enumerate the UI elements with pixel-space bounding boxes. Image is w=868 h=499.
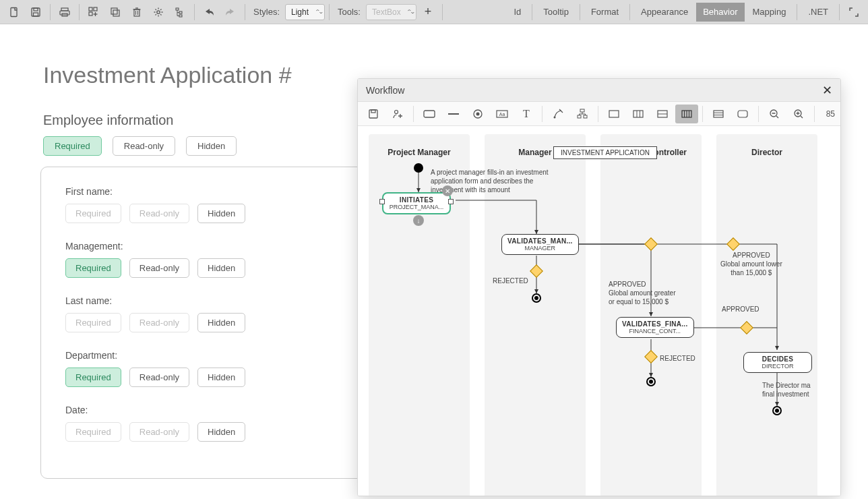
add-tool-icon[interactable]: + xyxy=(418,3,438,22)
wf-end-1[interactable] xyxy=(532,293,541,303)
chip-required[interactable]: Required xyxy=(65,422,121,442)
svg-rect-37 xyxy=(578,115,581,118)
wf-label-icon[interactable]: Aa xyxy=(491,105,514,123)
workflow-header[interactable]: Workflow ✕ xyxy=(358,79,840,102)
wf-zoom-in-icon[interactable] xyxy=(787,105,810,123)
svg-rect-4 xyxy=(61,8,68,11)
wf-round-icon[interactable] xyxy=(731,105,754,123)
redo-icon[interactable] xyxy=(220,3,241,22)
new-file-icon[interactable] xyxy=(4,3,24,22)
tree-icon[interactable] xyxy=(170,3,190,22)
svg-rect-22 xyxy=(179,15,182,17)
wf-note-rejected2: REJECTED xyxy=(660,354,695,363)
add-grid-icon[interactable] xyxy=(84,3,104,22)
lane-director[interactable]: Director xyxy=(716,134,817,496)
tools-select[interactable]: TextBox xyxy=(366,4,416,20)
chip-readonly[interactable]: Read-only xyxy=(129,204,189,223)
wf-end-2[interactable] xyxy=(646,377,656,386)
tab-id[interactable]: Id xyxy=(507,3,528,22)
chip-required[interactable]: Required xyxy=(65,313,121,332)
svg-point-19 xyxy=(157,10,160,13)
workflow-close-icon[interactable]: ✕ xyxy=(822,83,832,98)
wf-lane-dense-icon[interactable] xyxy=(675,105,698,123)
undo-icon[interactable] xyxy=(199,3,219,22)
designer-stage: Investment Application # Employee inform… xyxy=(0,24,868,499)
svg-line-58 xyxy=(776,116,778,118)
wf-node-initiates[interactable]: INITIATES PROJECT_MANA... xyxy=(382,192,451,214)
wf-note-director: The Director ma final investment xyxy=(762,381,811,399)
scope-readonly-pill[interactable]: Read-only xyxy=(113,136,175,156)
workflow-canvas[interactable]: Project Manager Manager Finance Controll… xyxy=(358,126,840,496)
chip-hidden[interactable]: Hidden xyxy=(197,313,245,332)
tools-label: Tools: xyxy=(334,7,365,17)
svg-rect-38 xyxy=(584,115,587,118)
chip-required[interactable]: Required xyxy=(65,368,121,387)
chip-hidden[interactable]: Hidden xyxy=(197,368,245,387)
tab-dotnet[interactable]: .NET xyxy=(801,3,835,22)
print-icon[interactable] xyxy=(55,3,75,22)
settings-gear-icon[interactable] xyxy=(148,3,168,22)
wf-node-delete-icon[interactable]: ✕ xyxy=(442,185,453,196)
wf-line-icon[interactable] xyxy=(442,105,465,123)
wf-note-approved-ge: APPROVED Global amount greater or equal … xyxy=(609,280,676,306)
wf-actor-add-icon[interactable] xyxy=(386,105,409,123)
wf-node-decides[interactable]: DECIDES DIRECTOR xyxy=(743,352,812,373)
wf-lane-rows-icon[interactable] xyxy=(651,105,674,123)
wf-note-rejected1: REJECTED xyxy=(493,276,528,285)
svg-rect-7 xyxy=(89,7,92,11)
tab-tooltip[interactable]: Tooltip xyxy=(536,3,576,22)
duplicate-icon[interactable] xyxy=(105,3,125,22)
chip-readonly[interactable]: Read-only xyxy=(129,422,189,442)
scope-hidden-pill[interactable]: Hidden xyxy=(186,136,237,156)
svg-rect-8 xyxy=(94,7,97,11)
wf-hierarchy-icon[interactable] xyxy=(571,105,594,123)
svg-rect-44 xyxy=(633,111,643,117)
scope-required-pill[interactable]: Required xyxy=(43,136,102,156)
lane-finance-controller[interactable]: Finance Controller xyxy=(600,134,702,496)
fullscreen-icon[interactable] xyxy=(844,3,864,22)
chip-hidden[interactable]: Hidden xyxy=(197,204,245,223)
chip-readonly[interactable]: Read-only xyxy=(129,368,189,387)
tab-behavior[interactable]: Behavior xyxy=(696,3,744,22)
wf-rect-icon[interactable] xyxy=(418,105,441,123)
svg-rect-21 xyxy=(179,11,182,13)
svg-text:Aa: Aa xyxy=(499,112,505,117)
wf-zoom-out-icon[interactable] xyxy=(763,105,786,123)
chip-hidden[interactable]: Hidden xyxy=(197,258,245,278)
wf-lane-cols-icon[interactable] xyxy=(627,105,650,123)
wf-node-validates-finance[interactable]: VALIDATES_FINA... FINANCE_CONT... xyxy=(616,317,694,338)
svg-rect-13 xyxy=(113,10,119,16)
styles-select[interactable]: Light xyxy=(285,4,325,20)
wf-text-icon[interactable]: T xyxy=(515,105,538,123)
chip-hidden[interactable]: Hidden xyxy=(197,422,245,442)
tab-format[interactable]: Format xyxy=(584,3,625,22)
svg-line-61 xyxy=(801,116,803,118)
wf-title-box[interactable]: INVESTMENT APPLICATION xyxy=(553,146,657,159)
wf-start-node[interactable] xyxy=(414,163,423,173)
wf-note-approved-lt: APPROVED Global amount lower than 15,000… xyxy=(720,251,782,277)
app-toolbar: Styles: Light Tools: TextBox + Id Toolti… xyxy=(0,0,868,24)
wf-note-approved3: APPROVED xyxy=(722,305,760,314)
wf-list-icon[interactable] xyxy=(707,105,730,123)
save-icon[interactable] xyxy=(26,3,46,22)
svg-rect-1 xyxy=(32,8,40,16)
chip-readonly[interactable]: Read-only xyxy=(129,313,189,332)
wf-save-icon[interactable] xyxy=(362,105,385,123)
chip-readonly[interactable]: Read-only xyxy=(129,258,189,278)
wf-end-3[interactable] xyxy=(772,406,782,415)
tab-mapping[interactable]: Mapping xyxy=(746,3,793,22)
chip-required[interactable]: Required xyxy=(65,258,121,278)
wf-node-validates-manager[interactable]: VALIDATES_MAN... MANAGER xyxy=(501,234,579,255)
svg-rect-12 xyxy=(111,8,117,14)
svg-rect-24 xyxy=(369,110,377,118)
wf-lane-single-icon[interactable] xyxy=(602,105,625,123)
styles-label: Styles: xyxy=(249,7,284,17)
svg-rect-29 xyxy=(424,111,435,117)
wf-target-icon[interactable] xyxy=(466,105,489,123)
delete-icon[interactable] xyxy=(127,3,147,22)
svg-point-32 xyxy=(476,112,480,115)
chip-required[interactable]: Required xyxy=(65,204,121,223)
tab-appearance[interactable]: Appearance xyxy=(634,3,695,22)
wf-node-down-icon[interactable]: ↓ xyxy=(413,215,424,226)
wf-edit-path-icon[interactable] xyxy=(547,105,569,123)
